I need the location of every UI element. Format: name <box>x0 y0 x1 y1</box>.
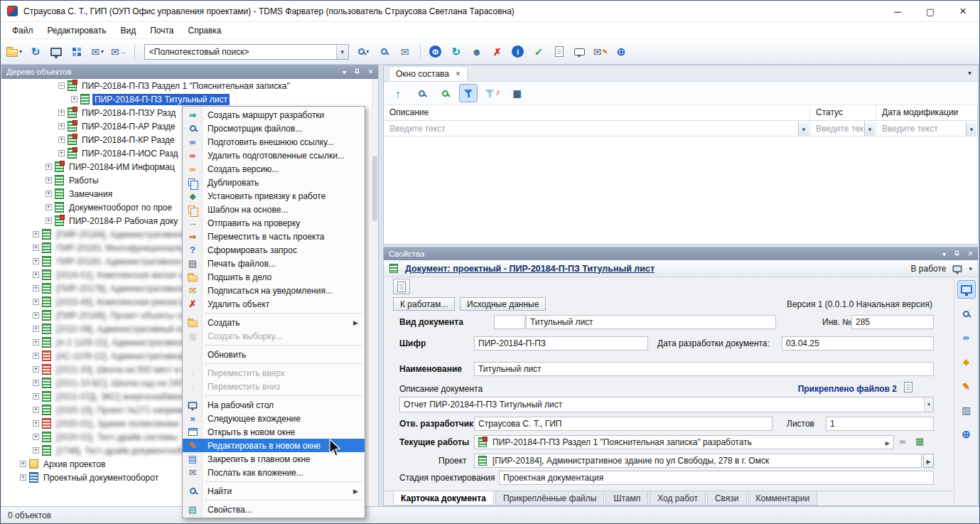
document-icon[interactable] <box>550 43 569 61</box>
tree-expander[interactable]: + <box>58 109 65 116</box>
kind-code-field[interactable] <box>494 315 525 329</box>
tab-document-card-active[interactable]: Карточка документа <box>393 491 494 506</box>
table-search-icon[interactable] <box>436 84 454 102</box>
menu-mail[interactable]: Почта <box>143 23 181 38</box>
create-icon[interactable] <box>185 317 200 328</box>
edit-icon[interactable]: ✎ <box>957 377 976 395</box>
duplicate-icon[interactable] <box>186 177 199 188</box>
comment-icon[interactable] <box>571 43 589 61</box>
forward-mail-icon[interactable]: ✉→ <box>109 43 129 61</box>
tree-scrollbar-thumb[interactable] <box>372 156 377 221</box>
pin-icon[interactable] <box>354 68 360 75</box>
tree-expander[interactable]: + <box>45 177 52 183</box>
send-mail-dropdown-icon[interactable]: ▾ <box>101 48 104 55</box>
minimize-button[interactable]: ─ <box>881 1 914 22</box>
menu-item[interactable]: ↑Переместить вверх <box>183 366 365 380</box>
menu-item[interactable]: ✉Подписаться на уведомления... <box>183 284 365 297</box>
tree-structure-icon[interactable] <box>68 43 86 61</box>
tree-expander[interactable]: + <box>33 299 39 305</box>
responsible-field[interactable]: Страусова С. Т., ГИП <box>474 417 772 431</box>
kind-field[interactable]: Титульный лист <box>526 315 776 329</box>
column-status[interactable]: Статус <box>810 105 876 120</box>
find-icon[interactable] <box>188 486 198 497</box>
panel-menu-icon[interactable] <box>942 250 946 258</box>
refresh-alt-icon[interactable]: ↻ <box>447 43 465 61</box>
create-selection-icon[interactable]: ▦ <box>186 331 198 342</box>
menu-item[interactable]: ∞Удалить подготовленные ссылки... <box>183 149 365 162</box>
tree-expander[interactable]: + <box>71 96 77 102</box>
maximize-button[interactable]: ▢ <box>914 1 947 22</box>
document-title-link[interactable]: Документ: проектный - ПИР-20184-П-ПЗ Тит… <box>405 264 655 274</box>
send-mail-icon[interactable]: ✉▾ <box>88 43 107 61</box>
open-new-window-icon[interactable] <box>186 427 200 438</box>
tree-item[interactable]: +ПИР-20184-П-ПЗ Титульный лист <box>1 92 378 106</box>
route-icon[interactable]: ⇒ <box>187 109 198 121</box>
menu-item[interactable]: Найти▶ <box>183 484 365 498</box>
remove-doc-icon[interactable]: ✗ <box>488 43 507 61</box>
to-works-button[interactable]: К работам... <box>393 297 455 311</box>
to-desktop-icon[interactable] <box>185 400 200 411</box>
go-up-icon[interactable]: ↑ <box>389 84 407 102</box>
menu-item[interactable]: Создать▶ <box>183 316 365 329</box>
menu-item[interactable]: ▤Свойства... <box>183 503 365 516</box>
tab-close-icon[interactable] <box>456 69 461 79</box>
next-occurrence-icon[interactable]: » <box>188 413 197 424</box>
tab-document-section[interactable]: Ход работ <box>650 491 706 506</box>
search-mail-icon[interactable]: ✉ <box>396 43 414 61</box>
project-expand-button[interactable] <box>923 454 934 468</box>
tree-scrollbar[interactable] <box>372 79 378 506</box>
description-scrollbar[interactable] <box>924 397 933 412</box>
tree-expander[interactable]: + <box>33 231 39 237</box>
menu-item[interactable]: Просмотрщик файлов... <box>183 122 365 135</box>
external-link-icon[interactable]: ∞ <box>188 137 198 148</box>
edit-new-window-icon[interactable]: ✎ <box>187 440 199 451</box>
attached-files-icon[interactable] <box>904 382 912 395</box>
tree-expander[interactable]: + <box>33 447 39 454</box>
header-dropdown-icon[interactable] <box>969 265 972 272</box>
tree-expander[interactable]: + <box>33 366 39 373</box>
tree-expander[interactable]: + <box>58 150 65 156</box>
send-attachment-icon[interactable]: ✉ <box>187 467 199 478</box>
tree-expander[interactable]: + <box>33 245 39 251</box>
inv-field[interactable]: 285 <box>851 315 934 329</box>
tree-expander[interactable]: + <box>33 420 39 427</box>
panel-menu-icon[interactable] <box>343 68 346 76</box>
menu-item[interactable]: ⇒Переместить в часть проекта <box>183 230 365 243</box>
preview-search-icon[interactable] <box>412 84 431 102</box>
tree-expander[interactable]: + <box>58 137 65 143</box>
globe-icon[interactable]: ⊕ <box>957 425 976 444</box>
new-object-dropdown-icon[interactable]: ▾ <box>19 48 22 55</box>
tree-expander[interactable]: − <box>58 82 65 89</box>
subscribe-icon[interactable]: ✉ <box>187 285 199 296</box>
clear-filter-icon[interactable]: ✗ <box>483 84 503 102</box>
tree-expander[interactable]: + <box>33 434 39 440</box>
filter-icon[interactable] <box>459 84 478 102</box>
menu-item[interactable]: ⇒Создать маршрут разработки <box>183 108 365 122</box>
globe-icon[interactable]: ⊕ <box>612 43 630 61</box>
cipher-field[interactable]: ПИР-20184-П-ПЗ <box>474 336 648 351</box>
mail-edit-icon[interactable]: ✉✎ <box>591 43 610 61</box>
description-field[interactable]: Отчет ПИР-20184-П-ПЗ Титульный лист <box>399 397 934 412</box>
attached-files-link[interactable]: Прикреплено файлов 2 <box>798 384 897 394</box>
users-icon[interactable]: ☻ <box>468 43 486 61</box>
pin-main-window-icon[interactable]: ▤ <box>186 454 199 465</box>
move-down-icon[interactable]: ↓ <box>188 381 198 392</box>
find-icon[interactable] <box>957 304 976 323</box>
menu-item[interactable]: ✗Удалить объект <box>183 297 365 311</box>
filter-modified-input[interactable]: Введите текст <box>876 121 978 136</box>
menu-item[interactable]: ∞Подготовить внешнюю ссылку... <box>183 135 365 149</box>
menu-edit[interactable]: Редактировать <box>41 23 114 38</box>
structure-icon[interactable]: ▥ <box>957 401 976 419</box>
farvater-icon[interactable]: Ф <box>426 43 445 61</box>
remove-links-icon[interactable]: ∞ <box>188 150 198 161</box>
tree-expander[interactable]: + <box>33 326 39 332</box>
menu-item[interactable]: Обновить <box>183 348 365 361</box>
tree-expander[interactable]: + <box>20 474 26 481</box>
send-review-icon[interactable]: → <box>186 218 200 229</box>
menu-help[interactable]: Справка <box>181 23 228 38</box>
tree-expander[interactable]: + <box>33 407 39 413</box>
card-view-icon[interactable] <box>957 280 976 299</box>
search-user-icon[interactable] <box>375 43 394 61</box>
tree-expander[interactable]: + <box>33 272 39 278</box>
bind-to-work-icon[interactable]: ◆ <box>187 191 198 202</box>
